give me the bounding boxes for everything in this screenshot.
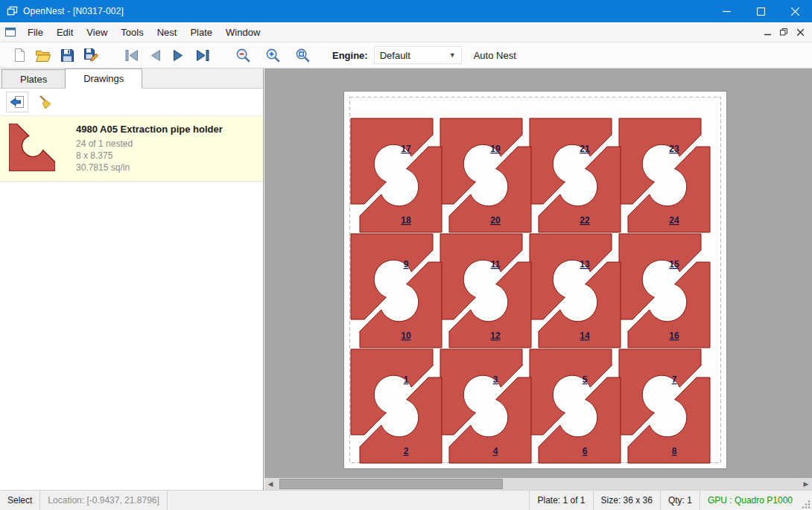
status-qty: Qty: 1	[660, 491, 700, 510]
part-label: 5	[583, 374, 588, 385]
menu-tools[interactable]: Tools	[114, 23, 150, 42]
status-gpu: GPU : Quadro P1000	[700, 491, 800, 510]
menu-window[interactable]: Window	[219, 23, 267, 42]
part-label: 3	[493, 374, 498, 385]
status-plate: Plate: 1 of 1	[529, 491, 592, 510]
mdi-restore-button[interactable]	[775, 25, 792, 39]
drawings-toolbar	[0, 89, 263, 115]
part-label: 11	[491, 259, 501, 270]
part-label: 1	[404, 374, 409, 385]
menu-nest[interactable]: Nest	[150, 23, 184, 42]
save-button[interactable]	[55, 44, 79, 66]
part-label: 6	[583, 446, 588, 456]
plate: 171921231820222491113151012141613572468	[343, 91, 727, 469]
nest-plate: 171921231820222491113151012141613572468	[343, 91, 727, 469]
chevron-down-icon: ▼	[449, 51, 456, 59]
part-label: 2	[404, 446, 409, 456]
scroll-left-arrow[interactable]: ◀	[264, 478, 276, 490]
clean-button[interactable]	[34, 92, 57, 112]
status-mode: Select	[0, 491, 40, 510]
part-label: 4	[493, 446, 498, 456]
engine-select[interactable]: Default ▼	[374, 46, 462, 64]
zoom-fit-button[interactable]	[291, 44, 314, 66]
menu-plate[interactable]: Plate	[183, 23, 219, 42]
drawing-area: 30.7815 sq/in	[76, 162, 223, 173]
menu-file[interactable]: File	[21, 23, 50, 42]
horizontal-scrollbar[interactable]: ◀ ▶	[264, 478, 812, 490]
document-icon	[4, 26, 16, 38]
part-label: 19	[490, 144, 501, 154]
part-thumbnail	[9, 124, 55, 171]
zoom-out-button[interactable]	[231, 44, 255, 66]
status-bar: Select Location: [-0.9437, 21.8796] Plat…	[0, 490, 812, 510]
send-to-plate-button[interactable]	[6, 92, 28, 112]
mdi-minimize-button[interactable]	[759, 25, 775, 39]
part-label: 8	[672, 446, 677, 456]
part-label: 9	[404, 259, 409, 270]
part-label: 15	[669, 259, 679, 270]
mdi-close-button[interactable]	[792, 25, 808, 39]
part-label: 12	[490, 331, 501, 341]
sidebar-tabs: Plates Drawings	[0, 68, 263, 89]
menu-view[interactable]: View	[80, 23, 114, 42]
drawing-list-item[interactable]: 4980 A05 Extraction pipe holder 24 of 1 …	[0, 115, 263, 182]
main-content: Plates Drawings 4980 A05 Ext	[0, 68, 812, 490]
maximize-button[interactable]	[743, 0, 778, 22]
menu-bar: File Edit View Tools Nest Plate Window	[0, 22, 812, 42]
nest-canvas[interactable]: 171921231820222491113151012141613572468 …	[264, 68, 812, 490]
part-label: 17	[401, 144, 411, 154]
next-plate-button[interactable]	[167, 44, 191, 66]
part-label: 7	[672, 374, 677, 385]
drawing-nested-count: 24 of 1 nested	[76, 138, 223, 150]
tab-drawings[interactable]: Drawings	[65, 68, 142, 89]
tool-bar: Engine: Default ▼ Auto Nest	[0, 42, 812, 68]
engine-label: Engine:	[332, 50, 368, 61]
part-label: 24	[669, 215, 679, 226]
part-label: 13	[580, 259, 590, 270]
last-plate-button[interactable]	[191, 44, 215, 66]
scrollbar-thumb[interactable]	[279, 479, 503, 489]
first-plate-button[interactable]	[119, 44, 143, 66]
resize-grip[interactable]	[800, 491, 812, 510]
app-icon	[7, 6, 18, 17]
window-title: OpenNest - [N0317-002]	[23, 6, 124, 16]
sidebar: Plates Drawings 4980 A05 Ext	[0, 68, 264, 490]
close-button[interactable]	[778, 0, 812, 22]
title-bar: OpenNest - [N0317-002]	[0, 0, 812, 22]
part-label: 14	[580, 331, 590, 341]
drawing-size: 8 x 8.375	[76, 150, 223, 162]
part-label: 18	[401, 215, 411, 226]
status-size: Size: 36 x 36	[593, 491, 660, 510]
part-label: 22	[580, 215, 590, 226]
part-label: 23	[669, 144, 679, 154]
status-location: Location: [-0.9437, 21.8796]	[40, 491, 167, 510]
tab-plates[interactable]: Plates	[1, 69, 66, 88]
auto-nest-button[interactable]: Auto Nest	[474, 50, 516, 61]
scroll-right-arrow[interactable]: ▶	[800, 478, 812, 490]
menu-edit[interactable]: Edit	[50, 23, 80, 42]
part-label: 20	[490, 215, 501, 226]
zoom-in-button[interactable]	[261, 44, 285, 66]
drawing-title: 4980 A05 Extraction pipe holder	[76, 124, 223, 135]
part-label: 10	[401, 331, 411, 341]
save-as-button[interactable]	[79, 44, 103, 66]
scrollbar-track[interactable]	[276, 478, 800, 490]
part-label: 16	[669, 331, 679, 341]
engine-selected-value: Default	[380, 50, 410, 61]
part-label: 21	[580, 144, 590, 154]
new-button[interactable]	[7, 44, 31, 66]
minimize-button[interactable]	[709, 0, 743, 22]
open-button[interactable]	[31, 44, 55, 66]
previous-plate-button[interactable]	[143, 44, 167, 66]
